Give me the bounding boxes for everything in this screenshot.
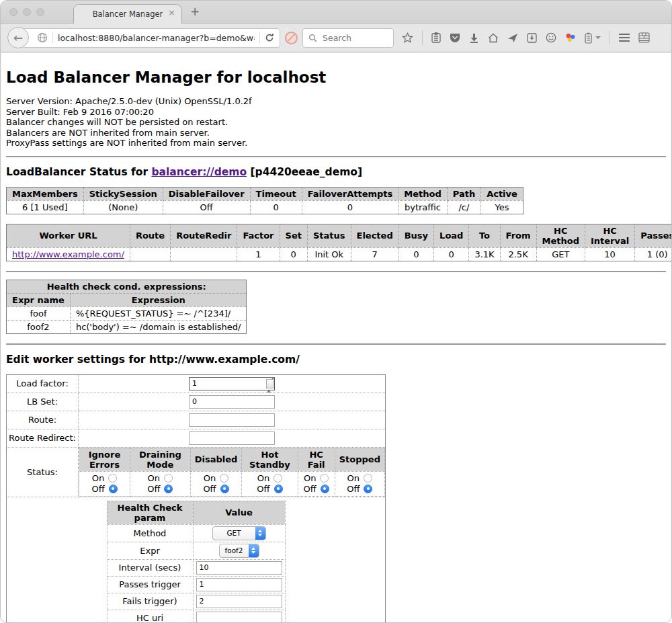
page-content: Load Balancer Manager for localhost Serv… [1, 69, 671, 623]
chevron-down-icon[interactable] [595, 36, 601, 39]
col-header: Elected [351, 224, 398, 247]
hot-standby-on-radio[interactable] [274, 474, 282, 483]
stopped-off-radio[interactable] [364, 485, 372, 493]
server-info-line: Balancer changes will NOT be persisted o… [6, 117, 666, 128]
form-row-status: Status: Ignore Errors Draining Mode Disa… [7, 447, 386, 497]
divider [6, 156, 666, 157]
reading-list-icon[interactable] [431, 32, 441, 43]
radio-label: Off [257, 484, 269, 495]
disabled-on-radio[interactable] [220, 474, 228, 483]
form-row: Route: [7, 411, 386, 429]
col-header: HC Interval [585, 224, 634, 247]
panel-download-icon[interactable] [527, 33, 537, 43]
hot-standby-off-radio[interactable] [274, 485, 283, 493]
col-header: Busy [398, 224, 433, 247]
feedback-smiley-icon[interactable] [546, 32, 556, 43]
ignore-errors-off-radio[interactable] [109, 485, 118, 493]
hc-fail-off-radio[interactable] [321, 485, 329, 493]
site-identity-globe-icon[interactable] [37, 32, 48, 43]
battery-status-icon[interactable] [585, 32, 592, 44]
load-factor-input[interactable] [189, 377, 275, 390]
cell: 0 [250, 200, 302, 214]
col-header: HC Method [536, 224, 585, 247]
tab-title: Balancer Manager [93, 9, 163, 19]
radio-label: Off [91, 484, 104, 495]
ignore-errors-on-radio[interactable] [108, 474, 117, 483]
hc-uri-input[interactable] [196, 612, 282, 623]
interval-input[interactable] [196, 561, 282, 575]
colored-dots-icon[interactable] [565, 32, 576, 43]
health-row: Fails trigger) [107, 593, 285, 610]
health-row: Interval (secs) [107, 559, 285, 576]
col-header: Ignore Errors [79, 448, 130, 471]
param-label: Passes trigger [107, 576, 193, 593]
url-text[interactable]: localhost:8880/balancer-manager?b=demo&w… [58, 33, 255, 43]
stopped-on-radio[interactable] [364, 474, 372, 483]
field-label: LB Set: [7, 392, 79, 411]
window-controls [9, 8, 44, 16]
radio-label: On [304, 473, 316, 484]
pocket-icon[interactable] [450, 33, 460, 43]
health-check-table: Health Check param Value Method GET [107, 501, 286, 623]
server-info-line: Server Built: Feb 9 2016 07:00:20 [6, 107, 666, 118]
expr-value: %{REQUEST_STATUS} =~ /^[234]/ [70, 306, 247, 320]
number-stepper-icon[interactable] [266, 379, 274, 388]
passes-input[interactable] [196, 578, 282, 591]
cell: 1 (0) [635, 247, 672, 261]
method-select[interactable]: GET [212, 526, 266, 540]
bookmark-star-icon[interactable] [402, 32, 413, 44]
send-plane-icon[interactable] [507, 33, 518, 43]
minimize-window-button[interactable] [23, 8, 31, 16]
reload-icon[interactable] [265, 33, 274, 42]
cell: 0 [398, 247, 433, 261]
back-button[interactable]: ← [7, 27, 29, 48]
disabled-off-radio[interactable] [220, 485, 229, 493]
new-tab-button[interactable]: + [190, 6, 200, 17]
status-table: Ignore Errors Draining Mode Disabled Hot… [79, 448, 385, 497]
hc-expressions-table: Health check cond. expressions: Expr nam… [6, 280, 247, 334]
col-header: Stopped [335, 448, 384, 471]
field-label: Load factor: [7, 374, 79, 392]
url-bar[interactable]: localhost:8880/balancer-manager?b=demo&w… [22, 28, 280, 48]
cell: GET [536, 247, 585, 261]
col-header: Passes [635, 224, 672, 247]
route-input[interactable] [189, 413, 275, 427]
divider [6, 343, 666, 345]
route-redirect-input[interactable] [189, 431, 275, 445]
url-divider [259, 32, 260, 44]
blocked-content-icon[interactable] [285, 32, 298, 44]
toolbar-buttons [402, 30, 650, 45]
browser-tab[interactable]: Balancer Manager × [73, 4, 182, 24]
draining-mode-off-radio[interactable] [164, 485, 173, 493]
maximize-window-button[interactable] [36, 8, 44, 16]
table-row: 6 [1 Used] (None) Off 0 0 bytraffic /c/ … [7, 200, 523, 214]
toolbar-separator [610, 30, 610, 45]
expr-select[interactable]: foof2 [219, 544, 259, 558]
cell [130, 247, 170, 261]
search-bar[interactable] [302, 28, 394, 48]
search-input[interactable] [321, 32, 384, 44]
home-icon[interactable] [488, 33, 499, 43]
balancer-link[interactable]: balancer://demo [151, 166, 247, 178]
tiles-grid-icon[interactable] [638, 32, 650, 43]
cell: (None) [83, 200, 163, 214]
lb-set-input[interactable] [189, 395, 275, 409]
tab-close-icon[interactable]: × [168, 8, 175, 17]
hc-fail-on-radio[interactable] [320, 474, 329, 483]
divider [6, 271, 666, 272]
col-header: Load [434, 224, 469, 247]
col-header: Status [307, 224, 351, 247]
col-header: HC Fail [298, 448, 335, 471]
cell: 1 [237, 247, 280, 261]
load-factor-field [189, 377, 275, 390]
draining-mode-on-radio[interactable] [164, 474, 173, 483]
edit-worker-form: Load factor: LB Set: Route: Route Redire… [6, 374, 386, 623]
field-label: Route Redirect: [7, 429, 79, 447]
expr-value: hc('body') =~ /domain is established/ [70, 320, 247, 333]
close-window-button[interactable] [9, 8, 17, 16]
fails-input[interactable] [196, 595, 282, 608]
download-icon[interactable] [469, 33, 479, 43]
worker-url-link[interactable]: http://www.example.com/ [12, 249, 124, 259]
health-row: Expr foof2 [107, 542, 285, 559]
menu-icon[interactable] [619, 34, 630, 42]
